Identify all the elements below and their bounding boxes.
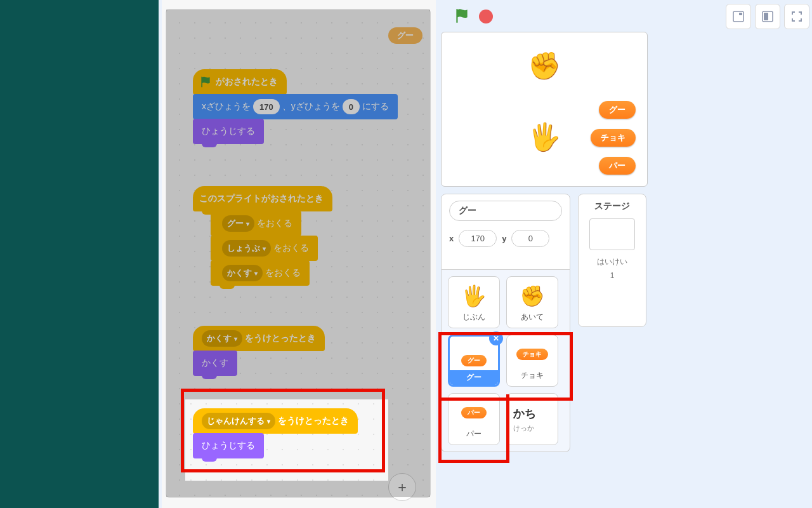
sprite-card-gu[interactable]: ✕ グー グー: [448, 335, 500, 387]
stage-thumbnail[interactable]: [589, 218, 635, 250]
block-broadcast-shoubu[interactable]: しょうぶ をおくる: [211, 236, 318, 261]
sprite-card-kekka[interactable]: かち けっか: [506, 393, 558, 445]
x-label: x: [449, 234, 454, 243]
input-x[interactable]: 170: [253, 99, 280, 114]
green-flag-icon: [199, 76, 212, 88]
block-broadcast-kakusu[interactable]: かくす をおくる: [211, 260, 310, 286]
code-area: グー がおされたとき xざひょうを 170 、yざひょうを 0 にする ひょうじ…: [162, 0, 436, 508]
sprite-card-choki[interactable]: チョキ チョキ: [506, 335, 558, 387]
sprite-card-jibun[interactable]: 🖐️ じぶん: [448, 276, 500, 328]
hat-when-sprite-clicked[interactable]: このスプライトがおされたとき: [193, 186, 332, 211]
backdrop-label: はいけい: [579, 257, 646, 267]
kekka-text: けっか: [513, 424, 558, 433]
sprite-name-input[interactable]: グー: [449, 201, 562, 221]
block-show2[interactable]: ひょうじする: [193, 433, 264, 458]
code-panel[interactable]: グー がおされたとき xざひょうを 170 、yざひょうを 0 にする ひょうじ…: [166, 9, 431, 498]
hat-when-receive-kakusu[interactable]: かくす をうけとったとき: [193, 326, 325, 351]
block-goto-xy[interactable]: xざひょうを 170 、yざひょうを 0 にする: [193, 94, 398, 119]
delete-sprite-button[interactable]: ✕: [489, 331, 503, 345]
sprite-card-aite[interactable]: ✊ あいて: [506, 276, 558, 328]
y-value[interactable]: 0: [511, 230, 549, 247]
x-value[interactable]: 170: [459, 230, 497, 247]
dropdown-kakusu[interactable]: かくす: [222, 265, 263, 281]
hat-label: がおされたとき: [216, 76, 278, 88]
hat-when-flag-clicked[interactable]: がおされたとき: [193, 69, 287, 95]
backdrop-count: 1: [579, 271, 646, 280]
stack-when-receive-kakusu[interactable]: かくす をうけとったとき かくす: [193, 326, 325, 376]
stage-controls: [441, 0, 650, 32]
stack-when-flag-clicked[interactable]: がおされたとき xざひょうを 170 、yざひょうを 0 にする ひょうじする: [193, 69, 398, 144]
fist-icon: ✊: [520, 283, 545, 309]
dropdown-shoubu[interactable]: しょうぶ: [222, 240, 271, 257]
sprite-info-panel: グー x 170 y 0: [441, 194, 570, 270]
stack-when-sprite-clicked[interactable]: このスプライトがおされたとき グー をおくる しょうぶ をおくる かくす をおく…: [193, 186, 332, 286]
kachi-text: かち: [513, 406, 558, 421]
left-rail: [0, 0, 159, 508]
pa-pill-icon: パー: [461, 407, 487, 418]
sprite-jibun-hand: 🖐️: [528, 121, 561, 152]
stage-button-pa[interactable]: パー: [599, 157, 636, 175]
sprite-list: 🖐️ じぶん ✊ あいて ✕ グー グー チョキ チョキ パー パー かち けっ…: [441, 270, 570, 452]
add-extension-button[interactable]: ＋: [388, 473, 416, 501]
block-show[interactable]: ひょうじする: [193, 119, 264, 144]
block-broadcast-gu[interactable]: グー をおくる: [211, 211, 301, 236]
choki-pill-icon: チョキ: [516, 349, 548, 360]
stop-button[interactable]: [479, 10, 493, 23]
input-y[interactable]: 0: [343, 99, 360, 114]
stage-preview[interactable]: ✊ 🖐️ グー チョキ パー: [441, 32, 648, 187]
stage-panel[interactable]: ステージ はいけい 1: [578, 194, 646, 327]
dropdown-janken[interactable]: じゃんけんする: [202, 413, 275, 429]
sprite-aite-fist: ✊: [528, 50, 561, 81]
small-stage-button[interactable]: [726, 4, 751, 29]
current-sprite-pill: グー: [388, 27, 422, 44]
gu-pill-icon: グー: [461, 355, 487, 366]
green-flag-button[interactable]: [454, 8, 470, 24]
svg-rect-3: [764, 13, 768, 20]
dropdown-kakusu2[interactable]: かくす: [202, 330, 242, 347]
sprite-card-pa[interactable]: パー パー: [448, 393, 500, 445]
svg-rect-1: [739, 13, 742, 15]
y-label: y: [502, 234, 506, 243]
stage-button-choki[interactable]: チョキ: [591, 129, 636, 147]
stage-title: ステージ: [579, 201, 646, 212]
hand-icon: 🖐️: [461, 283, 487, 309]
dropdown-gu[interactable]: グー: [222, 215, 254, 232]
stack-when-receive-janken[interactable]: じゃんけんする をうけとったとき ひょうじする: [193, 408, 358, 458]
view-mode-buttons: [726, 4, 812, 29]
right-column: ✊ 🖐️ グー チョキ パー グー x 170 y 0 ステージ はいけい 1 …: [441, 0, 812, 508]
hat-when-receive-janken[interactable]: じゃんけんする をうけとったとき: [193, 408, 358, 434]
large-stage-button[interactable]: [755, 4, 780, 29]
fullscreen-button[interactable]: [784, 4, 809, 29]
stage-button-gu[interactable]: グー: [599, 101, 636, 119]
block-hide[interactable]: かくす: [193, 351, 237, 376]
